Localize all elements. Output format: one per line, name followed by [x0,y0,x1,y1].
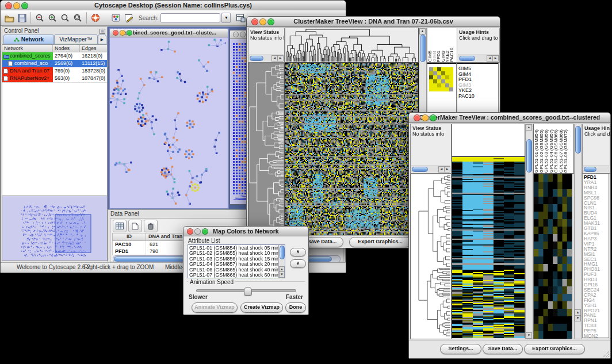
mini-heatmap-cell[interactable] [433,67,437,71]
attribute-list-item[interactable]: GPL51-07 (GSM868) heat shock 60 min [188,273,278,278]
tv2-gene-list[interactable]: PFD1YRA1RNR4MSL1SPC98CLN1NIS1BUD4ELG1MAK… [582,174,609,338]
mini-heatmap-cell[interactable] [445,67,449,71]
tv1-column-label[interactable]: PAC10 [450,48,454,62]
mini-heatmap-cell[interactable] [437,71,441,75]
zoom-window-icon[interactable] [127,30,132,36]
mini-heatmap-cell[interactable] [445,83,449,87]
close-icon[interactable] [113,30,118,36]
mini-heatmap-cell[interactable] [449,71,453,75]
tab-vizmapper[interactable]: VizMapper™ [54,35,98,44]
network-row[interactable]: combined_sco2569(6)13112(15) [2,60,107,67]
tv2-status-hscrollbar[interactable]: ◄► [411,166,450,173]
attribute-down-button[interactable]: ∨ [290,259,306,268]
mini-heatmap-cell[interactable] [441,67,445,71]
network-row[interactable]: combined_scores2764(0)16218(0) [2,52,107,60]
save-button[interactable] [16,12,28,24]
mini-heatmap-cell[interactable] [441,79,445,83]
mini-heatmap-cell[interactable] [437,75,441,79]
attribute-list[interactable]: GPL51-01 (GSM854) heat shock 05 minGPL51… [188,244,285,278]
tv2-button-exportgraphics[interactable]: Export Graphics... [524,344,585,354]
tv2-heatmap-vscrollbar[interactable]: ▲ ▼ [525,124,533,339]
mini-heatmap-cell[interactable] [441,83,445,87]
tv2-column-label[interactable]: GPL51-02 (GSM855) [540,129,544,173]
mini-heatmap-cell[interactable] [449,79,453,83]
zoom-out-icon[interactable] [33,12,46,24]
close-icon[interactable] [5,2,12,9]
tv2-column-label[interactable]: GPL51-08 (GSM872) [564,129,568,173]
delete-attribute-icon[interactable] [144,220,158,232]
tv2-heatmap[interactable] [452,157,525,338]
mini-heatmap-cell[interactable] [437,83,441,87]
tv1-heatmap[interactable] [285,63,419,236]
mini-heatmap-cell[interactable] [429,71,433,75]
mini-heatmap-cell[interactable] [429,79,433,83]
tv2-usage-hscrollbar[interactable] [583,166,609,173]
tv1-usage-hscrollbar[interactable]: ◄► [458,55,499,62]
mini-heatmap-cell[interactable] [449,67,453,71]
tv2-column-dendrogram-area[interactable] [452,124,525,158]
tv2-column-label[interactable]: GPL51-01 (GSM854) [534,129,539,173]
mini-heatmap-cell[interactable] [437,87,441,91]
zoom-in-icon[interactable] [46,12,59,24]
zoom-selected-icon[interactable] [71,12,84,24]
close-icon[interactable] [233,32,239,37]
vizmapper-icon[interactable] [110,12,123,24]
main-titlebar[interactable]: Cytoscape Desktop (Session Name: collins… [1,1,346,11]
mini-heatmap-cell[interactable] [429,67,433,71]
mini-heatmap-cell[interactable] [433,87,437,91]
zoom-window-icon[interactable] [430,114,437,121]
create-vizmap-button[interactable]: Create Vizmap [240,302,283,313]
zoom-window-icon[interactable] [267,18,274,25]
tv2-column-label[interactable]: GPL51-07 (GSM868) [559,129,564,173]
mini-heatmap-cell[interactable] [433,83,437,87]
mini-heatmap-cell[interactable] [437,67,441,71]
mini-heatmap-cell[interactable] [445,71,449,75]
new-attribute-icon[interactable] [128,220,142,232]
search-input[interactable] [160,13,220,22]
tv1-status-hscrollbar[interactable]: ◄► [249,55,284,62]
animate-vizmap-button[interactable]: Animate Vizmap [192,302,238,313]
slider-thumb[interactable] [244,287,252,296]
mini-heatmap-cell[interactable] [449,83,453,87]
search-dropdown-button[interactable]: ▼ [221,13,231,23]
minimize-icon[interactable] [422,114,429,121]
tv1-row-dendrogram[interactable] [248,63,285,236]
mini-heatmap-cell[interactable] [437,79,441,83]
mini-heatmap-cell[interactable] [445,75,449,79]
mini-heatmap-cell[interactable] [441,71,445,75]
mini-heatmap-cell[interactable] [441,75,445,79]
network-tree-empty[interactable] [2,82,107,196]
open-file-button[interactable] [3,12,16,24]
tv1-mini-heatmap[interactable] [429,67,453,91]
zoom-window-icon[interactable] [202,228,208,235]
network-overview-panel[interactable] [2,196,107,260]
mini-heatmap-cell[interactable] [429,75,433,79]
network-view-1-canvas[interactable] [110,37,225,206]
treeview2-titlebar[interactable]: ClusterMaker TreeView : combined_scores_… [409,113,610,123]
tv2-row-dendrogram[interactable] [410,174,452,339]
tab-more-arrow[interactable]: ▶ [98,35,106,44]
mini-heatmap-cell[interactable] [433,75,437,79]
minimize-icon[interactable] [13,2,20,9]
network-overview-canvas[interactable] [2,196,106,260]
tv2-gene-label[interactable]: MON2 [583,334,609,338]
data-table-icon[interactable] [113,220,127,232]
network-window-1[interactable]: combined_scores_good.txt--cluste... [109,28,229,209]
help-lifering-icon[interactable] [89,12,102,24]
attribute-up-button[interactable]: ∧ [290,248,306,256]
network-window-1-titlebar[interactable]: combined_scores_good.txt--cluste... [110,29,228,37]
tv1-gene-label[interactable]: PAC10 [457,94,498,99]
close-icon[interactable] [187,228,193,235]
treeview1-titlebar[interactable]: ClusterMaker TreeView : DNA and Tran 07-… [247,17,500,27]
zoom-fit-icon[interactable] [59,12,71,24]
mini-heatmap-cell[interactable] [429,87,433,91]
tab-network[interactable]: Network [3,35,54,44]
mini-heatmap-cell[interactable] [445,79,449,83]
mini-heatmap-cell[interactable] [441,87,445,91]
resize-grip[interactable] [603,351,610,358]
import-table-icon[interactable] [234,12,247,24]
dialog-titlebar[interactable]: Map Colors to Network [183,227,308,236]
network-row[interactable]: RNAPuberNov2+563(0)107847(0) [2,75,107,82]
mini-heatmap-cell[interactable] [433,71,437,75]
tv2-column-label[interactable]: GPL51-03 (GSM856) [544,129,549,173]
